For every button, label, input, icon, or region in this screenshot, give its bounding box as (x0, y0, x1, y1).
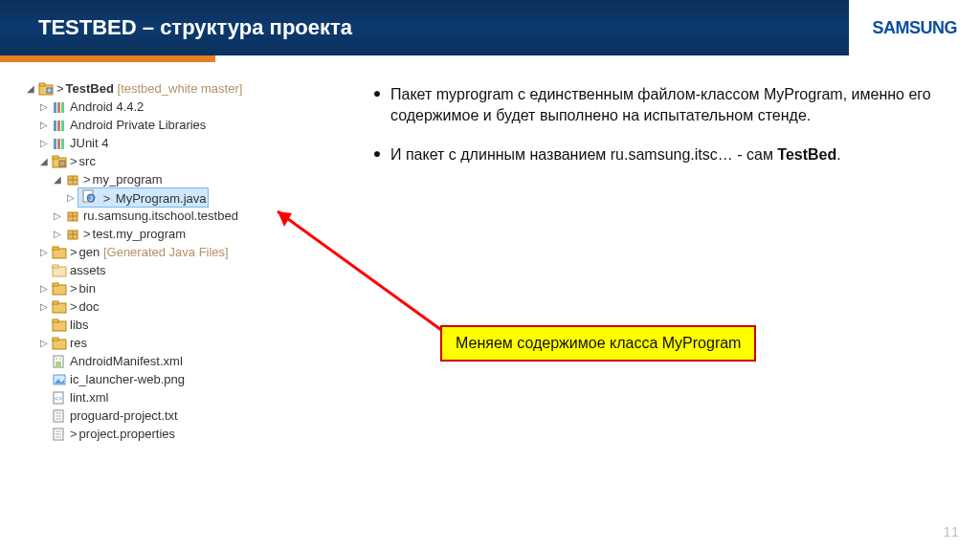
tree-label: bin (79, 281, 96, 296)
svg-rect-6 (54, 121, 56, 131)
tree-label: project.properties (79, 427, 175, 442)
library-icon (51, 99, 68, 115)
svg-rect-34 (53, 301, 58, 304)
project-icon (37, 81, 55, 97)
tree-label: src (79, 154, 96, 169)
collapse-icon[interactable]: ◢ (51, 174, 64, 186)
folder-icon (51, 336, 68, 351)
source-folder-icon (51, 245, 68, 260)
svg-rect-2 (47, 88, 52, 93)
tree-item-lint[interactable]: <> lint.xml (24, 388, 364, 406)
package-icon (64, 172, 81, 187)
tree-item-apl[interactable]: ▷ Android Private Libraries (24, 116, 364, 134)
svg-rect-28 (53, 247, 58, 250)
tree-label: my_program (93, 172, 163, 187)
tree-label: test.my_program (93, 227, 187, 242)
svg-rect-13 (53, 156, 58, 159)
tree-label: libs (70, 318, 89, 333)
package-icon (64, 209, 81, 224)
package-icon (64, 227, 81, 242)
tree-item-android[interactable]: ▷ Android 4.4.2 (24, 98, 364, 116)
tree-item-src[interactable]: ◢ > src (24, 152, 364, 170)
svg-rect-4 (57, 102, 60, 113)
tree-decor: [testbed_white master] (118, 81, 243, 97)
tree-item-assets[interactable]: assets (24, 261, 364, 279)
slide-title: TESTBED – структура проекта (0, 15, 352, 40)
bullet-text: И пакет с длинным названием ru.samsung.i… (390, 144, 841, 165)
tree-label: JUnit 4 (70, 136, 108, 151)
tree-item-bin[interactable]: ▷ > bin (24, 279, 364, 297)
svg-rect-36 (53, 319, 58, 322)
svg-rect-9 (54, 139, 56, 149)
collapse-icon[interactable]: ◢ (37, 156, 51, 167)
expand-icon[interactable]: ▷ (64, 192, 78, 204)
tree-decor: [Generated Java Files] (103, 245, 229, 260)
page-number: 11 (943, 523, 959, 539)
java-file-icon: J (80, 188, 98, 204)
callout-box: Меняем содержимое класса MyProgram (440, 325, 756, 362)
tree-item-proguard[interactable]: proguard-project.txt (24, 406, 364, 425)
tree-item-libs[interactable]: libs (24, 316, 364, 334)
source-folder-icon (51, 154, 68, 169)
tree-item-rupkg[interactable]: ▷ ru.samsung.itschool.testbed (24, 207, 364, 225)
expand-icon[interactable]: ▷ (37, 101, 51, 113)
image-icon (51, 372, 68, 387)
slide-header: TESTBED – структура проекта SAMSUNG (0, 0, 980, 55)
tree-item-doc[interactable]: ▷ > doc (24, 297, 364, 316)
expand-icon[interactable]: ▷ (37, 301, 51, 313)
tree-label: Android 4.4.2 (70, 99, 144, 115)
tree-label: proguard-project.txt (70, 408, 178, 424)
tree-label: TestBed (66, 81, 114, 97)
manifest-icon (51, 354, 68, 369)
bullet-text: Пакет myprogram с единственным файлом-кл… (390, 84, 951, 127)
tree-item-gen[interactable]: ▷ > gen [Generated Java Files] (24, 243, 364, 261)
samsung-logo: SAMSUNG (872, 18, 957, 38)
folder-icon (51, 281, 68, 296)
bullet-icon: ● (364, 144, 390, 165)
svg-rect-40 (56, 362, 61, 366)
folder-icon (51, 299, 68, 315)
tree-item-mypkg[interactable]: ◢ > my_program (24, 170, 364, 188)
tree-label: MyProgram.java (116, 191, 207, 206)
tree-item-projprop[interactable]: > project.properties (24, 425, 364, 443)
svg-rect-30 (53, 265, 58, 268)
tree-item-testpkg[interactable]: ▷ > test.my_program (24, 225, 364, 243)
tree-label: AndroidManifest.xml (70, 354, 183, 369)
expand-icon[interactable]: ▷ (37, 283, 51, 295)
tree-label: gen (79, 245, 100, 260)
svg-rect-5 (61, 102, 64, 113)
bullet-2: ● И пакет с длинным названием ru.samsung… (364, 144, 951, 165)
folder-icon (51, 318, 68, 333)
expand-icon[interactable]: ▷ (37, 247, 51, 258)
tree-label: ru.samsung.itschool.testbed (83, 209, 238, 224)
expand-icon[interactable]: ▷ (51, 229, 64, 240)
collapse-icon[interactable]: ◢ (24, 83, 37, 95)
library-icon (51, 136, 68, 151)
expand-icon[interactable]: ▷ (37, 338, 51, 349)
svg-rect-38 (53, 338, 58, 340)
xml-icon: <> (51, 390, 68, 406)
tree-label: Android Private Libraries (70, 118, 206, 133)
tree-item-junit[interactable]: ▷ JUnit 4 (24, 134, 364, 152)
callout-text: Меняем содержимое класса MyProgram (456, 335, 741, 351)
tree-item-manifest[interactable]: AndroidManifest.xml (24, 352, 364, 370)
bullet-1: ● Пакет myprogram с единственным файлом-… (364, 84, 951, 127)
tree-item-res[interactable]: ▷ res (24, 334, 364, 352)
logo-container: SAMSUNG (849, 0, 980, 55)
tree-item-myprogram-selected[interactable]: ▷ J > MyProgram.java (24, 188, 364, 207)
svg-text:J: J (89, 195, 93, 202)
tree-label: doc (79, 299, 100, 315)
tree-label: res (70, 336, 87, 351)
svg-rect-7 (57, 121, 60, 131)
expand-icon[interactable]: ▷ (37, 120, 51, 131)
expand-icon[interactable]: ▷ (37, 138, 51, 149)
project-tree: ◢ > TestBed [testbed_white master] ▷ And… (0, 79, 364, 443)
tree-item-iclauncher[interactable]: ic_launcher-web.png (24, 370, 364, 388)
svg-point-41 (56, 358, 57, 360)
text-file-icon (51, 427, 68, 442)
svg-rect-8 (61, 121, 64, 131)
expand-icon[interactable]: ▷ (51, 210, 64, 222)
tree-root[interactable]: ◢ > TestBed [testbed_white master] (24, 79, 364, 98)
svg-point-42 (59, 358, 61, 360)
svg-rect-32 (53, 283, 58, 286)
